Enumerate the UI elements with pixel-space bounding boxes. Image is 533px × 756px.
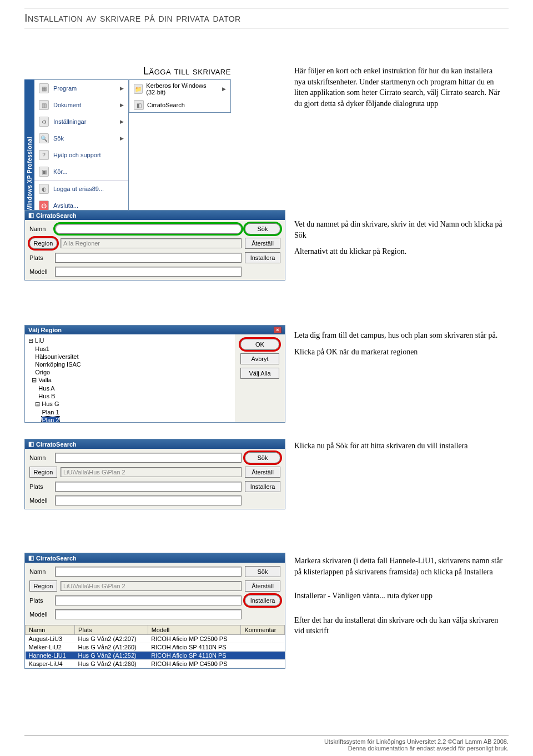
submenu-arrow-icon: ▶ [120,86,124,91]
th-modell[interactable]: Modell [148,625,241,635]
namn-label: Namn [29,226,52,232]
plats-label: Plats [29,483,52,490]
start-menu-item-sok[interactable]: 🔍 Sök ▶ [34,130,128,147]
window-title-text: Välj Region [28,327,62,333]
start-menu-item-installningar[interactable]: ⚙ Inställningar ▶ [34,113,128,130]
namn-input[interactable] [55,224,242,234]
start-menu-item-label: Program [53,85,77,92]
modell-input[interactable] [55,609,242,619]
app-icon: ◧ [28,554,34,562]
namn-input[interactable] [55,453,242,463]
instruction-block-5: Markera skrivaren (i detta fall Hannele-… [294,555,505,642]
th-namn[interactable]: Namn [26,625,75,635]
window-title-text: CirratoSearch [36,555,77,562]
folder-icon: 📁 [134,84,143,94]
start-menu-item-dokument[interactable]: ▥ Dokument ▶ [34,97,128,113]
namn-label: Namn [29,568,52,575]
shutdown-icon: ⏻ [39,201,49,211]
tree-row: Hus1 [28,345,232,353]
installera-button[interactable]: Installera [245,481,280,492]
region-button[interactable]: Region [29,238,57,249]
cirrato-title-bar: ◧ CirratoSearch [25,211,285,220]
namn-input[interactable] [55,567,242,577]
results-table-wrapper: Namn Plats Modell Kommentar August-LiU3H… [25,623,285,668]
table-row[interactable]: August-LiU3Hus G Vån2 (A2:207)RICOH Afic… [26,635,285,643]
table-row[interactable]: Kasper-LiU4Hus G Vån2 (A1:260)RICOH Afic… [26,660,285,668]
section-heading: Lägga till skrivare [143,66,231,77]
modell-label: Modell [29,611,52,618]
start-submenu: 📁 Kerberos for Windows (32-bit) ▶ ◧ Cirr… [129,79,231,113]
start-menu-item-logout[interactable]: ◐ Logga ut erias89... [34,180,128,197]
tree-row: Hus A [28,384,232,392]
window-title-text: CirratoSearch [36,441,77,448]
plats-input[interactable] [55,482,242,492]
table-row[interactable]: Melker-LiU2Hus G Vån2 (A1:260)RICOH Afic… [26,643,285,652]
table-row-selected[interactable]: Hannele-LiU1Hus G Vån2 (A1:252)RICOH Afi… [26,652,285,660]
start-menu-item-program[interactable]: ▦ Program ▶ [34,80,128,97]
submenu-item-kerberos[interactable]: 📁 Kerberos for Windows (32-bit) ▶ [129,80,230,98]
results-table[interactable]: Namn Plats Modell Kommentar August-LiU3H… [25,625,285,668]
namn-label: Namn [29,454,52,461]
instruction-text: Här följer en kort och enkel instruktion… [294,66,505,109]
close-icon[interactable]: × [274,327,281,333]
instruction-text: Installerar - Vänligen vänta... ruta dyk… [294,590,505,602]
tree-row: Origo [28,368,232,376]
submenu-arrow-icon: ▶ [120,136,124,141]
modell-label: Modell [29,268,52,275]
start-menu-item-label: Kör... [53,168,68,175]
region-input [61,238,242,248]
th-plats[interactable]: Plats [75,625,148,635]
tree-row: ⊟ Valla [28,376,232,384]
valj-alla-button[interactable]: Välj Alla [240,368,279,379]
settings-icon: ⚙ [39,117,49,127]
instruction-block-3: Leta dig fram till det campus, hus och p… [294,330,505,363]
section-heading-text: Lägga till skrivare [143,66,231,77]
page-footer: Utskriftssystem för Linköpings Universit… [24,735,509,752]
page-title-text: Installation av skrivare på din privata … [24,12,241,24]
start-menu-item-run[interactable]: ▣ Kör... [34,163,128,180]
installera-button[interactable]: Installera [245,595,280,606]
tree-row: ⊟ LiU [28,337,232,345]
tree-row: Hus B [28,392,232,400]
run-icon: ▣ [39,167,49,177]
instruction-block-2: Vet du namnet på din skrivare, skriv in … [294,219,505,263]
th-kommentar[interactable]: Kommentar [241,625,285,635]
aterstall-button[interactable]: Återställ [245,238,280,249]
sok-button[interactable]: Sök [245,566,280,577]
region-button[interactable]: Region [29,580,57,592]
aterstall-button[interactable]: Återställ [245,580,280,592]
submenu-arrow-icon: ▶ [120,119,124,124]
instruction-block-1: Här följer en kort och enkel instruktion… [294,66,505,114]
avbryt-button[interactable]: Avbryt [240,353,279,364]
installera-button[interactable]: Installera [245,252,280,263]
help-icon: ? [39,150,49,160]
start-menu-items: ▦ Program ▶ ▥ Dokument ▶ ⚙ Inställningar… [34,79,129,214]
instruction-text: Klicka på OK när du markerat regionen [294,347,505,358]
instruction-text: Leta dig fram till det campus, hus och p… [294,330,505,341]
cirrato-title-bar: ◧ CirratoSearch [25,439,285,449]
footer-line-2: Denna dokumentation är endast avsedd för… [24,745,509,752]
modell-label: Modell [29,497,52,504]
region-tree[interactable]: ⊟ LiU Hus1 Hälsouniversitet Norrköping I… [25,334,235,422]
tree-row: Norrköping ISAC [28,361,232,368]
windows-brand-text: Windows XP Professional [27,133,33,214]
sok-button[interactable]: Sök [245,452,280,463]
start-menu-item-label: Inställningar [53,118,86,125]
modell-input[interactable] [55,267,242,277]
cirrato-title-bar: ◧ CirratoSearch [25,553,285,563]
page-title: Installation av skrivare på din privata … [24,8,509,28]
start-menu-item-help[interactable]: ? Hjälp och support [34,147,128,163]
cirrato-window-3: ◧ CirratoSearch Namn Sök Region Återstäl… [24,553,285,669]
submenu-item-cirratosearch[interactable]: ◧ CirratoSearch [129,98,230,112]
plats-input[interactable] [55,253,242,263]
sok-button[interactable]: Sök [245,223,280,234]
aterstall-button[interactable]: Återställ [245,467,280,478]
cirrato-window-1: ◧ CirratoSearch Namn Sök Region Återstäl… [24,210,285,281]
plats-input[interactable] [55,595,242,605]
start-menu-screenshot: Windows XP Professional ▦ Program ▶ ▥ Do… [24,79,231,214]
submenu-item-label: CirratoSearch [147,102,185,108]
ok-button[interactable]: OK [240,339,279,350]
region-button[interactable]: Region [29,467,57,478]
modell-input[interactable] [55,495,242,505]
region-input [61,581,242,591]
